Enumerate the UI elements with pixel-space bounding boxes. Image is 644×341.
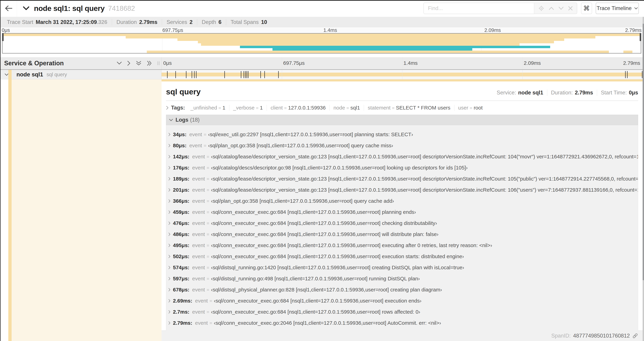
- find-prev-button[interactable]: [548, 7, 554, 10]
- summary-item: Depth6: [197, 19, 226, 25]
- logs-accordion: Logs (18) 34μs: event = ‹sql/exec_util.g…: [166, 115, 638, 341]
- log-entry[interactable]: 189μs: event = ‹sql/catalog/lease/descri…: [168, 173, 638, 184]
- chevron-right-icon: [168, 166, 170, 169]
- chevron-right-icon: [168, 310, 170, 314]
- log-field-key: event: [192, 309, 205, 315]
- summary-value-muted: .326: [97, 19, 107, 25]
- chevron-down-icon: [169, 119, 173, 121]
- log-timestamp: 2.69ms:: [173, 298, 192, 304]
- chevron-right-icon: [168, 188, 170, 192]
- timeline-ruler: 0μs697.75μs1.4ms2.09ms2.79ms: [162, 57, 642, 69]
- equals-sign: =: [210, 320, 212, 326]
- log-timestamp: 189μs:: [173, 176, 190, 182]
- log-entry[interactable]: 495μs: event = ‹sql/conn_executor_exec.g…: [168, 240, 638, 251]
- equals-sign: =: [210, 298, 212, 303]
- log-entry[interactable]: 2.79ms: event = ‹sql/conn_executor_exec.…: [168, 317, 638, 328]
- log-marker: [224, 71, 225, 78]
- log-field-value: ‹sql/conn_executor_exec.go:684 [nsql1,cl…: [211, 242, 492, 248]
- trace-collapse-toggle[interactable]: [23, 6, 30, 11]
- log-entry[interactable]: 80μs: event = ‹sql/plan_opt.go:358 [nsql…: [168, 140, 638, 151]
- chevron-right-icon: [168, 255, 170, 258]
- chevron-right-icon: [168, 288, 170, 291]
- log-entry[interactable]: 459μs: event = ‹sql/conn_executor_exec.g…: [168, 207, 638, 218]
- span-row-timeline-cell[interactable]: [162, 70, 642, 79]
- minimap-span-bar: [624, 51, 632, 53]
- chevron-right-icon: [168, 232, 170, 236]
- log-entry[interactable]: 597μs: event = ‹sql/distsql_running.go:4…: [168, 273, 638, 284]
- logs-header[interactable]: Logs (18): [166, 115, 638, 125]
- detail-stat-value: node sql1: [518, 90, 543, 96]
- vertical-scrollbar-thumb[interactable]: [642, 24, 644, 280]
- back-button[interactable]: [0, 0, 17, 17]
- find-clear-button[interactable]: [568, 6, 573, 11]
- equals-sign: =: [206, 287, 209, 292]
- log-timestamp: 597μs:: [173, 276, 190, 281]
- log-entry[interactable]: 574μs: event = ‹sql/distsql_running.go:1…: [168, 262, 638, 273]
- equals-sign: =: [206, 176, 209, 182]
- log-marker: [246, 71, 247, 78]
- collapse-all-icon[interactable]: [136, 60, 142, 66]
- log-field-key: event: [189, 132, 202, 137]
- expand-all-icon[interactable]: [146, 60, 152, 66]
- log-entry[interactable]: 34μs: event = ‹sql/exec_util.go:2297 [ns…: [168, 129, 638, 140]
- chevron-right-icon: [166, 106, 168, 110]
- chevron-down-icon[interactable]: [4, 73, 9, 76]
- log-entry[interactable]: 2.69ms: event = ‹sql/conn_executor_exec.…: [168, 295, 638, 306]
- log-field-value: ‹sql/conn_executor_exec.go:684 [nsql1,cl…: [211, 253, 464, 259]
- expand-one-icon[interactable]: [127, 60, 131, 66]
- span-row-name-cell[interactable]: node sql1 sql query: [0, 70, 162, 79]
- log-entry[interactable]: 2.7ms: event = ‹sql/conn_executor_exec.g…: [168, 306, 638, 317]
- chevron-right-icon: [168, 210, 170, 214]
- timeline-minimap-section: 0μs697.75μs1.4ms2.09ms2.79ms: [0, 27, 644, 54]
- link-icon[interactable]: [632, 333, 638, 339]
- locate-button[interactable]: [538, 5, 544, 11]
- detail-stat: Service:node sql1: [493, 90, 547, 96]
- find-input[interactable]: [424, 3, 534, 14]
- log-entry[interactable]: 476μs: event = ‹sql/conn_executor_exec.g…: [168, 218, 638, 229]
- tag-item: _verbose=1: [229, 105, 266, 111]
- find-next-button[interactable]: [558, 7, 564, 10]
- log-entry[interactable]: 176μs: event = ‹sql/catalog/descs/descri…: [168, 162, 638, 173]
- log-entry[interactable]: 502μs: event = ‹sql/conn_executor_exec.g…: [168, 251, 638, 262]
- minimap-span-bar: [147, 51, 609, 53]
- log-marker: [244, 71, 244, 78]
- log-entry[interactable]: 142μs: event = ‹sql/catalog/lease/descri…: [168, 151, 638, 162]
- log-entry[interactable]: 201μs: event = ‹sql/catalog/lease/descri…: [168, 184, 638, 195]
- log-timestamp: 678μs:: [173, 287, 190, 293]
- tags-accordion[interactable]: Tags: _unfinished=1_verbose=1client=127.…: [166, 105, 638, 111]
- log-entry[interactable]: 366μs: event = ‹sql/plan_opt.go:358 [nsq…: [168, 195, 638, 207]
- log-field-value: ‹sql/conn_executor_exec.go:684 [nsql1,cl…: [211, 220, 437, 226]
- equals-sign: =: [206, 221, 209, 226]
- service-operation-header: Service & Operation: [0, 57, 162, 69]
- minimap-left-handle[interactable]: [2, 33, 4, 41]
- collapse-one-icon[interactable]: [116, 61, 122, 65]
- view-selector-button[interactable]: Trace Timeline: [596, 3, 639, 14]
- divider: [166, 101, 638, 101]
- equals-sign: =: [346, 105, 349, 111]
- log-field-key: event: [192, 231, 205, 237]
- log-timestamp: 2.79ms:: [173, 320, 192, 326]
- keyboard-shortcuts-button[interactable]: ⌘: [581, 3, 592, 14]
- minimap-span-bar: [201, 43, 519, 46]
- tag-key: user: [458, 105, 468, 111]
- log-marker: [625, 71, 626, 78]
- log-entry[interactable]: 486μs: event = ‹sql/conn_executor_exec.g…: [168, 229, 638, 240]
- vertical-scrollbar: [642, 17, 644, 341]
- log-timestamp: 366μs:: [173, 198, 190, 204]
- tick-label: 1.4ms: [404, 60, 418, 66]
- column-resize-handle[interactable]: [157, 61, 160, 66]
- tag-item: user=root: [454, 105, 486, 111]
- logs-label: Logs: [176, 117, 188, 123]
- chevron-right-icon: [168, 133, 170, 136]
- minimap-right-handle[interactable]: [640, 33, 641, 41]
- summary-value: 10: [261, 19, 267, 25]
- summary-item: Total Spans10: [226, 19, 272, 25]
- summary-item: Services2: [162, 19, 197, 25]
- summary-label: Duration: [116, 19, 137, 25]
- summary-item: Duration2.79ms: [112, 19, 162, 25]
- log-field-key: event: [192, 187, 205, 193]
- summary-value: 2: [190, 19, 192, 25]
- log-entry[interactable]: 678μs: event = ‹sql/distsql_physical_pla…: [168, 284, 638, 295]
- log-timestamp: 476μs:: [173, 220, 190, 226]
- minimap-canvas[interactable]: [2, 33, 641, 54]
